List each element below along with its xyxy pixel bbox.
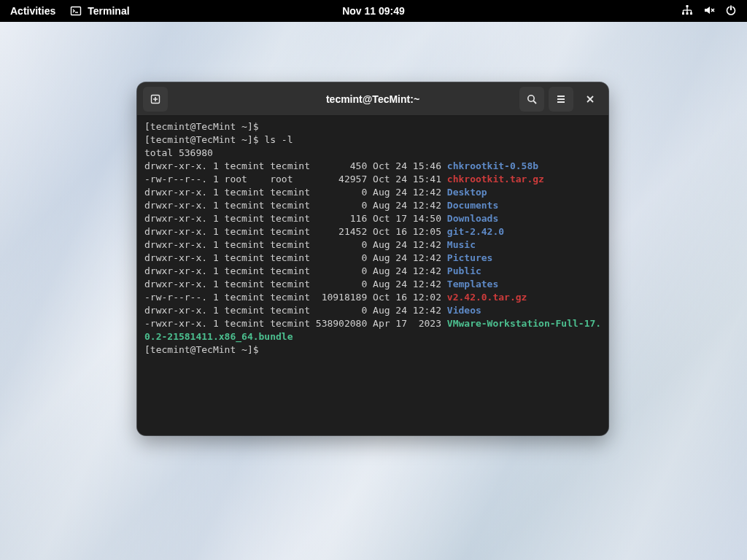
new-tab-button[interactable]	[143, 87, 168, 112]
search-button[interactable]	[519, 87, 544, 112]
svg-rect-5	[690, 12, 692, 15]
svg-line-21	[533, 101, 536, 104]
window-titlebar[interactable]: tecmint@TecMint:~	[137, 82, 608, 116]
close-button[interactable]	[578, 87, 603, 112]
terminal-output[interactable]: [tecmint@TecMint ~]$ [tecmint@TecMint ~]…	[137, 116, 608, 435]
svg-rect-4	[686, 12, 689, 15]
power-icon[interactable]	[725, 4, 737, 18]
menu-button[interactable]	[549, 87, 573, 112]
volume-muted-icon[interactable]	[703, 4, 715, 18]
terminal-window: tecmint@TecMint:~ [tecmint@TecMint ~]$ […	[137, 82, 608, 435]
window-title: tecmint@TecMint:~	[326, 93, 419, 105]
svg-rect-3	[682, 12, 684, 15]
svg-point-20	[528, 95, 534, 101]
svg-rect-2	[686, 5, 689, 7]
active-app-indicator[interactable]: Terminal	[70, 5, 129, 17]
svg-rect-0	[71, 7, 81, 15]
terminal-icon	[70, 5, 82, 17]
active-app-name: Terminal	[88, 5, 129, 17]
clock[interactable]: Nov 11 09:49	[342, 5, 405, 17]
network-icon[interactable]	[681, 4, 693, 18]
activities-button[interactable]: Activities	[10, 5, 55, 17]
gnome-topbar: Activities Terminal Nov 11 09:49	[0, 0, 747, 22]
